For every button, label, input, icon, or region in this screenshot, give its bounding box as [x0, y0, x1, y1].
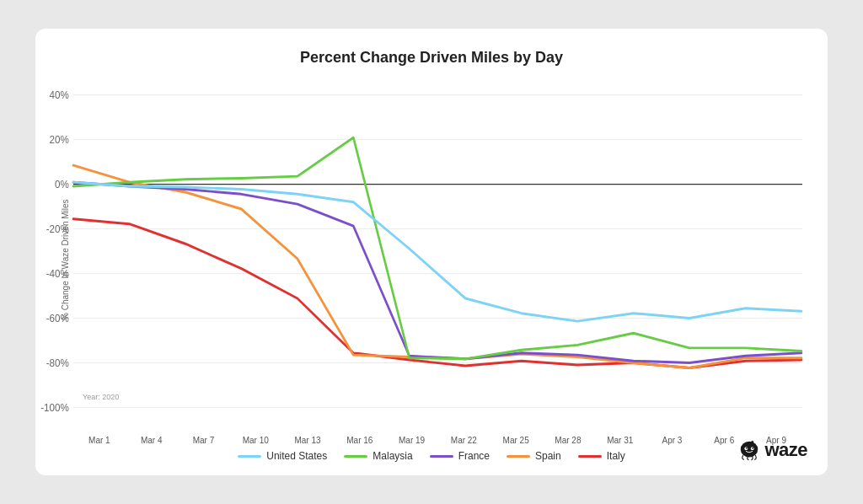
svg-text:40%: 40%: [50, 89, 69, 102]
x-label-mar28: Mar 28: [542, 436, 594, 445]
legend-color-malaysia: [344, 455, 367, 458]
malaysia-line: [73, 137, 801, 359]
svg-point-16: [741, 442, 758, 458]
waze-logo: waze: [737, 438, 807, 462]
us-line: [73, 182, 801, 321]
svg-text:-40%: -40%: [46, 268, 69, 281]
legend-label-malaysia: Malaysia: [373, 450, 412, 462]
x-label-mar4: Mar 4: [126, 436, 178, 445]
x-label-mar10: Mar 10: [229, 436, 281, 445]
svg-text:0%: 0%: [55, 179, 69, 191]
year-label: Year: 2020: [83, 393, 119, 401]
x-axis-labels: Mar 1 Mar 4 Mar 7 Mar 10 Mar 13 Mar 16 M…: [73, 432, 802, 445]
legend-label-spain: Spain: [535, 450, 561, 462]
legend-item-us: United States: [238, 450, 327, 462]
svg-text:-100%: -100%: [40, 402, 69, 415]
chart-plot: 40% 20% 0% -20% -40% -60% -80% -100%: [73, 75, 802, 432]
legend-color-france: [430, 455, 453, 458]
chart-card: Percent Change Driven Miles by Day % Cha…: [35, 29, 828, 475]
x-label-mar25: Mar 25: [490, 436, 542, 445]
spain-line: [73, 165, 801, 367]
svg-text:-20%: -20%: [46, 223, 69, 236]
legend-item-france: France: [430, 450, 490, 462]
legend-label-france: France: [458, 450, 490, 462]
legend-color-italy: [578, 455, 602, 458]
x-label-mar31: Mar 31: [594, 436, 646, 445]
legend-color-us: [238, 455, 261, 458]
svg-text:20%: 20%: [50, 134, 69, 147]
x-label-mar16: Mar 16: [334, 436, 386, 445]
x-label-mar1: Mar 1: [73, 436, 126, 445]
x-label-mar19: Mar 19: [386, 436, 438, 445]
svg-text:-80%: -80%: [46, 357, 69, 370]
legend-label-italy: Italy: [607, 450, 625, 462]
x-label-mar22: Mar 22: [437, 436, 490, 445]
svg-text:-60%: -60%: [46, 313, 69, 325]
svg-point-20: [753, 448, 754, 449]
italy-line: [73, 219, 801, 368]
y-axis-label: % Change In Waze Driven Miles: [61, 75, 70, 445]
waze-icon: [737, 438, 761, 462]
legend-item-malaysia: Malaysia: [344, 450, 412, 462]
svg-point-19: [746, 448, 748, 449]
legend: United States Malaysia France Spain Ital…: [61, 450, 802, 462]
legend-label-us: United States: [266, 450, 327, 462]
chart-title: Percent Change Driven Miles by Day: [61, 49, 802, 67]
legend-item-italy: Italy: [578, 450, 625, 462]
x-label-mar13: Mar 13: [281, 436, 334, 445]
legend-item-spain: Spain: [507, 450, 561, 462]
chart-area: % Change In Waze Driven Miles: [61, 75, 802, 445]
chart-svg: 40% 20% 0% -20% -40% -60% -80% -100%: [73, 75, 802, 432]
waze-text: waze: [764, 439, 807, 461]
x-label-apr3: Apr 3: [646, 436, 699, 445]
legend-color-spain: [507, 455, 530, 458]
chart-inner: 40% 20% 0% -20% -40% -60% -80% -100%: [73, 75, 802, 445]
x-label-mar7: Mar 7: [178, 436, 230, 445]
